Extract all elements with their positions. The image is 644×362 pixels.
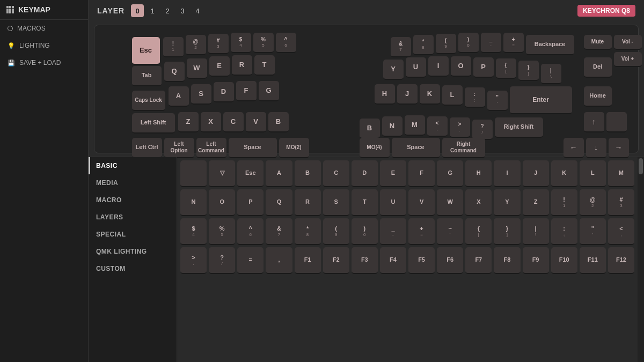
grid-key-hash[interactable]: #3 (608, 189, 634, 216)
key-backspace[interactable]: Backspace (526, 35, 574, 55)
layer-tab-1[interactable]: 1 (146, 4, 159, 17)
category-special[interactable]: SPECIAL (89, 226, 177, 243)
grid-key-pipe[interactable]: |\ (523, 218, 549, 245)
key-5[interactable]: % 5 (253, 33, 274, 53)
key-esc[interactable]: Esc (132, 37, 160, 65)
grid-key-quest[interactable]: ?/ (209, 247, 235, 274)
grid-key-a[interactable]: A (266, 160, 292, 187)
key-b[interactable]: B (268, 112, 289, 132)
grid-key-lt[interactable]: <, (608, 218, 634, 245)
key-period[interactable]: > . (450, 117, 470, 138)
grid-key-l[interactable]: L (580, 160, 606, 187)
right-scrollbar[interactable] (638, 157, 644, 362)
grid-key-d[interactable]: D (352, 160, 378, 187)
category-custom[interactable]: CUSTOM (89, 260, 177, 277)
key-slash[interactable]: ? / (472, 120, 493, 140)
layer-tab-0[interactable]: 0 (131, 4, 144, 17)
grid-key-lcurly[interactable]: {[ (465, 218, 492, 245)
grid-key-z[interactable]: Z (523, 189, 549, 216)
grid-key-y[interactable]: Y (494, 189, 520, 216)
grid-key-i[interactable]: I (494, 160, 520, 187)
sidebar-item-macros[interactable]: MACROS (0, 20, 88, 37)
grid-key-f8[interactable]: F8 (494, 247, 520, 274)
grid-key-p[interactable]: P (237, 189, 264, 216)
grid-key-trns[interactable]: ▽ (209, 160, 235, 187)
key-del[interactable]: Del (584, 57, 612, 78)
key-t[interactable]: T (254, 55, 275, 76)
key-w[interactable]: W (187, 58, 207, 79)
key-l[interactable]: L (442, 85, 463, 106)
key-up[interactable]: ↑ (584, 112, 604, 132)
grid-key-caret[interactable]: ^6 (237, 218, 264, 245)
layer-tab-4[interactable]: 4 (191, 4, 204, 17)
key-r[interactable]: R (232, 55, 252, 76)
grid-key-tilde[interactable]: ~` (437, 218, 463, 245)
key-9[interactable]: ( 9 (436, 34, 456, 54)
key-capslock[interactable]: Caps Lock (132, 91, 165, 111)
key-lbracket[interactable]: { [ (496, 58, 516, 79)
key-semicolon[interactable]: : ; (465, 87, 485, 108)
category-media[interactable]: MEDIA (89, 174, 177, 191)
key-mute[interactable]: Mute (584, 35, 612, 50)
grid-key-f7[interactable]: F7 (465, 247, 492, 274)
key-lctrl[interactable]: Left Ctrl (132, 138, 162, 158)
grid-key-s[interactable]: S (323, 189, 349, 216)
grid-key-f5[interactable]: F5 (408, 247, 435, 274)
grid-key-gt[interactable]: >. (180, 247, 207, 274)
key-vol-plus[interactable]: Vol + (614, 52, 642, 67)
key-a[interactable]: A (169, 86, 189, 107)
key-down[interactable]: ↓ (586, 138, 606, 158)
grid-key-f9[interactable]: F9 (523, 247, 549, 274)
key-space-left[interactable]: Space (229, 138, 277, 158)
grid-key-f[interactable]: F (408, 160, 435, 187)
key-side-r1[interactable] (606, 112, 627, 132)
key-b2[interactable]: B (360, 119, 380, 139)
sidebar-item-lighting[interactable]: 💡 LIGHTING (0, 37, 88, 54)
grid-key-excl[interactable]: !1 (551, 189, 577, 216)
category-macro[interactable]: MACRO (89, 191, 177, 209)
grid-key-f12[interactable]: F12 (608, 247, 634, 274)
key-n[interactable]: N (382, 116, 402, 137)
grid-key-lparen[interactable]: (9 (323, 218, 349, 245)
key-d[interactable]: D (214, 82, 234, 102)
grid-key-under[interactable]: _- (380, 218, 406, 245)
grid-key-c[interactable]: C (323, 160, 349, 187)
key-rbracket[interactable]: } ] (518, 61, 539, 81)
key-right[interactable]: → (609, 138, 629, 158)
grid-key-x[interactable]: X (465, 189, 492, 216)
key-lshift[interactable]: Left Shift (132, 113, 175, 134)
grid-key-h[interactable]: H (465, 160, 492, 187)
grid-key-empty[interactable] (180, 160, 207, 187)
key-minus[interactable]: _ - (481, 33, 501, 53)
key-loption[interactable]: LeftOption (164, 138, 194, 158)
key-8[interactable]: * 8 (413, 35, 434, 55)
grid-key-f10[interactable]: F10 (551, 247, 577, 274)
grid-key-percent[interactable]: %5 (209, 218, 235, 245)
key-o[interactable]: O (451, 56, 471, 77)
key-v[interactable]: V (246, 112, 266, 132)
key-enter[interactable]: Enter (510, 86, 572, 114)
key-backslash[interactable]: | \ (541, 64, 561, 84)
key-1[interactable]: ! 1 (163, 37, 184, 57)
grid-key-q[interactable]: Q (266, 189, 292, 216)
grid-key-f2[interactable]: F2 (323, 247, 349, 274)
layer-tab-2[interactable]: 2 (161, 4, 174, 17)
key-u[interactable]: U (406, 57, 426, 78)
key-h[interactable]: H (375, 84, 395, 105)
grid-key-f1[interactable]: F1 (295, 247, 321, 274)
grid-key-o[interactable]: O (209, 189, 235, 216)
grid-key-comma[interactable]: , (266, 247, 292, 274)
grid-key-at[interactable]: @2 (580, 189, 606, 216)
key-f[interactable]: F (236, 81, 257, 101)
key-c[interactable]: C (223, 112, 244, 132)
grid-key-n[interactable]: N (180, 189, 207, 216)
grid-key-star[interactable]: *8 (295, 218, 321, 245)
grid-key-f11[interactable]: F11 (580, 247, 606, 274)
grid-key-r[interactable]: R (295, 189, 321, 216)
grid-key-dquote[interactable]: "' (580, 218, 606, 245)
key-6[interactable]: ^ 6 (276, 33, 296, 53)
key-x[interactable]: X (201, 112, 221, 132)
key-i[interactable]: I (428, 56, 449, 77)
grid-key-v[interactable]: V (408, 189, 435, 216)
grid-key-amp[interactable]: &7 (266, 218, 292, 245)
